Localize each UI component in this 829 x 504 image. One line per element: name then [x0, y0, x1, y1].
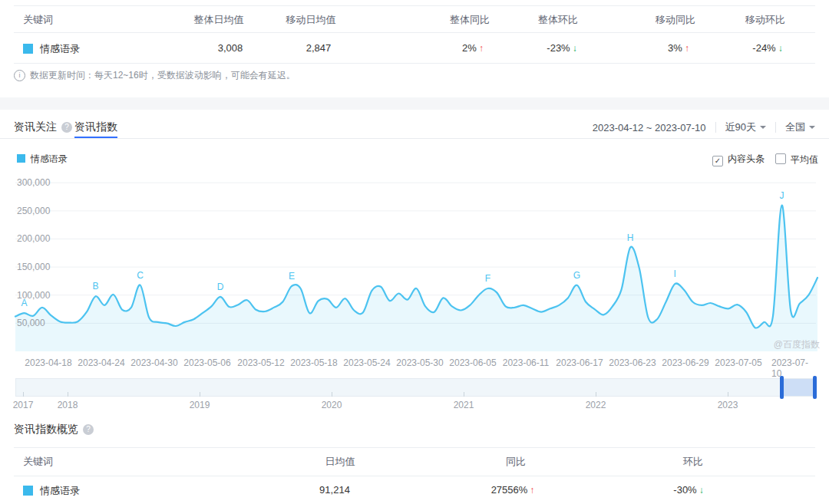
tabbar-divider: [0, 138, 829, 139]
watermark: @百度指数: [774, 338, 820, 351]
help-icon[interactable]: ?: [83, 424, 94, 435]
section-divider-band: [0, 97, 829, 110]
ov-yoy-value: 27556%↑: [491, 484, 535, 496]
slider-year-label: 2017: [13, 400, 34, 410]
checkbox-label: 内容头条: [728, 153, 765, 164]
ov-mom-value: -30%↓: [673, 484, 703, 496]
date-range[interactable]: 2023-04-12 ~ 2023-07-10: [593, 122, 706, 133]
col-header-overall-daily-avg: 整体日均值: [194, 13, 244, 27]
divider: [14, 447, 815, 448]
region-select-label: 全国: [785, 121, 805, 133]
overview-title-text: 资讯指数概览: [14, 423, 78, 435]
slider-handle-left[interactable]: [780, 376, 784, 399]
slider-year-label: 2020: [322, 400, 342, 410]
x-axis-tick-label: 2023-04-18: [25, 357, 71, 368]
tab-label: 资讯指数: [74, 120, 117, 133]
chevron-down-icon: [809, 126, 815, 132]
x-axis-tick-label: 2023-05-12: [237, 357, 284, 368]
range-select[interactable]: 近90天: [725, 120, 766, 134]
help-icon[interactable]: ?: [61, 122, 72, 133]
overall-yoy-value: 2%↑: [462, 42, 484, 54]
ov-daily-avg-value: 91,214: [319, 484, 350, 496]
chevron-down-icon: [760, 126, 766, 132]
legend-item[interactable]: 情感语录: [17, 153, 68, 166]
keyword-cell[interactable]: 情感语录: [23, 42, 80, 56]
ov-col-header-daily-avg: 日均值: [325, 455, 355, 469]
divider: [14, 63, 815, 64]
col-header-mobile-mom: 移动环比: [745, 13, 785, 27]
x-axis-tick-label: 2023-06-23: [609, 357, 656, 368]
overall-mom-value: -23%↓: [547, 42, 576, 54]
peak-label-C: C: [137, 270, 144, 281]
divider: [14, 476, 815, 476]
checkbox-unchecked-icon: [775, 153, 786, 164]
ov-keyword-cell[interactable]: 情感语录: [23, 484, 80, 498]
divider: [14, 5, 815, 6]
x-axis-tick-label: 2023-07-10: [771, 357, 810, 379]
peak-label-G: G: [573, 270, 580, 281]
range-select-label: 近90天: [725, 121, 756, 133]
checkbox-checked-icon: ✓: [712, 156, 723, 166]
timeline-slider[interactable]: [15, 378, 816, 397]
col-header-mobile-daily-avg: 移动日均值: [286, 13, 336, 27]
slider-year-label: 2021: [454, 400, 474, 410]
x-axis-tick-label: 2023-06-17: [556, 357, 603, 368]
series-area-fill: [15, 205, 817, 351]
keyword-label: 情感语录: [40, 43, 80, 54]
tab-news-attention[interactable]: 资讯关注?: [14, 120, 72, 134]
divider: [775, 122, 776, 133]
chart-controls: 2023-04-12 ~ 2023-07-10 近90天 全国: [593, 120, 815, 134]
checkbox-average[interactable]: 平均值: [775, 153, 818, 166]
slider-selected-range[interactable]: [781, 379, 814, 396]
checkbox-content-headline[interactable]: ✓内容头条: [712, 153, 765, 166]
peak-label-I: I: [674, 268, 676, 279]
data-update-note: i 数据更新时间：每天12~16时，受数据波动影响，可能会有延迟。: [14, 69, 296, 82]
baidu-index-page: 关键词 整体日均值 移动日均值 整体同比 整体环比 移动同比 移动环比 情感语录…: [0, 0, 829, 504]
chart-options: ✓内容头条 平均值: [712, 153, 818, 166]
peak-label-E: E: [289, 271, 295, 282]
peak-label-A: A: [21, 298, 28, 308]
x-axis-tick-label: 2023-05-18: [290, 357, 337, 368]
checkbox-label: 平均值: [791, 154, 818, 165]
peak-label-J: J: [780, 190, 784, 201]
trend-line-chart[interactable]: ABCDEFGHIJ: [0, 173, 829, 354]
x-axis-tick-label: 2023-07-05: [715, 357, 761, 368]
col-header-mobile-yoy: 移动同比: [656, 13, 695, 27]
series-color-swatch: [17, 154, 25, 163]
x-axis-tick-label: 2023-05-06: [183, 357, 230, 368]
region-select[interactable]: 全国: [785, 120, 815, 134]
overview-title: 资讯指数概览?: [14, 423, 94, 436]
slider-year-label: 2022: [586, 400, 606, 410]
ov-col-header-mom: 环比: [683, 455, 703, 469]
mobile-daily-avg-value: 2,847: [306, 42, 332, 54]
overall-daily-avg-value: 3,008: [218, 42, 243, 54]
peak-label-H: H: [627, 232, 634, 243]
series-color-swatch: [23, 486, 33, 496]
divider: [14, 32, 815, 33]
tab-news-index[interactable]: 资讯指数: [74, 120, 117, 134]
slider-year-label: 2023: [718, 400, 738, 410]
col-header-overall-mom: 整体环比: [538, 13, 578, 27]
x-axis-tick-label: 2023-06-05: [449, 357, 496, 368]
x-axis-tick-label: 2023-04-30: [130, 357, 177, 368]
keyword-label: 情感语录: [40, 485, 80, 496]
slider-year-label: 2018: [58, 400, 78, 410]
x-axis-tick-label: 2023-05-24: [343, 357, 390, 368]
mobile-yoy-value: 3%↑: [668, 42, 689, 54]
x-axis-tick-label: 2023-06-29: [662, 357, 708, 368]
active-tab-underline: [74, 137, 117, 138]
divider: [715, 122, 716, 133]
col-header-keyword: 关键词: [23, 13, 53, 27]
x-axis-tick-label: 2023-05-30: [396, 357, 443, 368]
peak-label-D: D: [217, 282, 224, 292]
tab-label: 资讯关注: [14, 120, 57, 133]
series-color-swatch: [23, 44, 33, 54]
ov-col-header-yoy: 同比: [506, 455, 526, 469]
x-axis-tick-label: 2023-06-11: [503, 357, 550, 368]
col-header-overall-yoy: 整体同比: [450, 13, 490, 27]
peak-label-B: B: [92, 281, 98, 292]
ov-col-header-keyword: 关键词: [23, 455, 53, 469]
slider-handle-right[interactable]: [813, 376, 817, 399]
peak-label-F: F: [485, 273, 490, 284]
legend-label: 情感语录: [31, 153, 68, 164]
